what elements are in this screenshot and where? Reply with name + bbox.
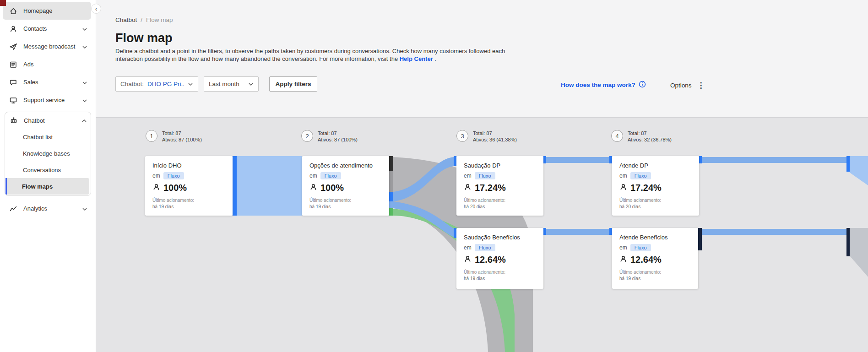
column-active: Ativos: 36 (41.38%) [473,136,517,143]
column-number-badge: 3 [456,130,468,142]
sidebar-item-message-broadcast[interactable]: Message broadcast [3,38,91,55]
person-icon [464,255,472,265]
breadcrumb-separator: / [141,16,142,23]
sub-item-label: Conversations [23,167,61,173]
period-select[interactable]: Last month [204,76,259,92]
chevron-down-icon [82,25,87,33]
chat-bubble-icon [9,78,17,87]
flow-node-atende-beneficios[interactable]: Atende Benefícios emFluxo 12.64% Último … [612,228,698,289]
last-trigger-value: há 19 dias [464,276,536,282]
description-period: . [434,55,436,62]
kebab-menu-icon[interactable]: ⋮ [697,81,705,90]
last-trigger-label: Último acionamento: [309,197,382,204]
node-type-badge: Fluxo [163,172,184,179]
node-type-badge: Fluxo [475,172,495,179]
node-title: Atende DP [619,162,692,169]
sidebar-item-support-service[interactable]: Support service [3,91,91,109]
chevron-down-icon [248,81,254,87]
sidebar-item-contacts[interactable]: Contacts [3,20,91,38]
person-icon [619,255,627,265]
node-type-badge: Fluxo [475,244,495,251]
node-title: Saudação Benefícios [464,234,536,241]
node-type-badge: Fluxo [630,172,651,179]
node-title: Início DHO [152,162,225,169]
options-label: Options [670,82,692,89]
monitor-icon [9,96,17,104]
sidebar-item-chatbot-list[interactable]: Chatbot list [6,129,89,145]
column-number-badge: 1 [146,130,157,142]
sidebar-item-label: Chatbot [24,117,45,124]
options-menu[interactable]: Options ⋮ [670,81,705,90]
flow-node-saudacao-dp[interactable]: Saudação DP emFluxo 17.24% Último aciona… [456,156,543,216]
home-icon [9,7,17,15]
apply-filters-button[interactable]: Apply filters [269,76,317,92]
sidebar-item-label: Message broadcast [23,43,75,50]
main-content: Chatbot / Flow map Flow map Define a cha… [96,0,868,352]
sidebar-item-analytics[interactable]: Analytics [3,200,91,217]
sidebar-item-homepage[interactable]: Homepage [3,2,91,20]
flow-map-canvas[interactable]: 1 Total: 87 Ativos: 87 (100%) 2 Total: 8… [96,117,868,352]
node-percent: 12.64% [475,255,506,265]
ads-icon [9,60,17,69]
sidebar-item-label: Analytics [23,205,47,212]
flow-node-opcoes-de-atendimento[interactable]: Opções de atendimento emFluxo 100% Últim… [302,156,389,216]
chevron-down-icon [82,78,87,87]
sidebar-item-ads[interactable]: Ads [3,55,91,73]
recording-indicator [0,0,6,6]
chevron-down-icon [82,205,87,213]
breadcrumb-parent[interactable]: Chatbot [115,16,137,23]
last-trigger-label: Último acionamento: [619,197,692,204]
node-percent: 17.24% [475,183,506,193]
last-trigger-label: Último acionamento: [152,197,225,204]
column-active: Ativos: 87 (100%) [318,136,358,143]
send-icon [9,43,17,51]
sidebar-item-chatbot[interactable]: Chatbot [5,112,91,129]
filter-bar: Chatbot: DHO PG Pri... Last month Apply … [115,76,317,92]
last-trigger-label: Último acionamento: [619,269,691,276]
sub-item-label: Knowledge bases [23,150,70,157]
sidebar-item-label: Contacts [23,25,47,32]
person-icon [9,25,17,33]
column-number-badge: 2 [301,130,313,142]
flow-node-inicio-dho[interactable]: Início DHO emFluxo 100% Último acionamen… [145,156,233,216]
node-type-badge: Fluxo [320,172,341,179]
chatbot-select[interactable]: Chatbot: DHO PG Pri... [115,76,198,92]
flow-node-atende-dp[interactable]: Atende DP emFluxo 17.24% Último acioname… [612,156,699,216]
sidebar-item-sales[interactable]: Sales [3,73,91,91]
sidebar-item-label: Support service [23,97,65,103]
help-center-link[interactable]: Help Center [400,55,433,62]
page-description: Define a chatbot and a point in the filt… [115,48,530,63]
sub-item-label: Chatbot list [23,134,53,141]
person-icon [464,183,472,193]
node-type-badge: Fluxo [630,244,651,251]
how-map-works-label: How does the map work? [561,81,635,88]
sidebar-item-flow-maps[interactable]: Flow maps [5,178,89,195]
node-percent: 17.24% [630,183,662,193]
person-icon [152,183,160,193]
column-active: Ativos: 87 (100%) [162,136,202,143]
node-title: Atende Benefícios [619,234,691,241]
sidebar-item-label: Homepage [23,7,53,14]
column-active: Ativos: 32 (36.78%) [628,136,672,143]
node-em-label: em [464,244,472,251]
column-total: Total: 87 [162,130,202,136]
last-trigger-value: há 19 dias [309,204,382,210]
how-map-works-link[interactable]: How does the map work? [561,81,646,89]
node-percent: 12.64% [630,255,662,265]
last-trigger-label: Último acionamento: [464,269,536,276]
app-window: Homepage Contacts Message broadcast Ads [0,0,868,352]
node-em-label: em [309,173,317,179]
last-trigger-value: há 20 dias [619,204,692,210]
last-trigger-value: há 19 dias [619,276,691,282]
chevron-down-icon [188,81,193,87]
page-title: Flow map [115,31,173,45]
person-icon [619,183,627,193]
sidebar-collapse-button[interactable]: ‹ [91,4,101,14]
sidebar-item-knowledge-bases[interactable]: Knowledge bases [6,145,89,162]
last-trigger-label: Último acionamento: [464,197,536,204]
node-em-label: em [619,244,627,251]
flow-column-header-1: 1 Total: 87 Ativos: 87 (100%) [146,130,202,143]
flow-node-saudacao-beneficios[interactable]: Saudação Benefícios emFluxo 12.64% Últim… [456,228,543,289]
sidebar-item-conversations[interactable]: Conversations [6,162,89,178]
info-icon [639,81,646,89]
